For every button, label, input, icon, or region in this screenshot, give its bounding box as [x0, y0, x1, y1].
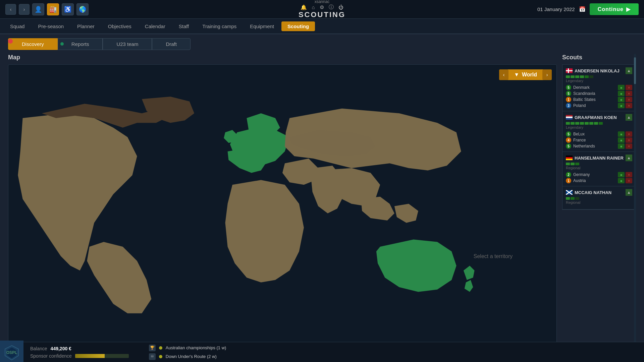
- star-5: [585, 122, 589, 125]
- assignment-actions: ■ ✕: [618, 103, 632, 108]
- assignment-delete-austria[interactable]: ✕: [626, 178, 632, 183]
- scouting-icon-btn[interactable]: 🏭: [47, 3, 59, 15]
- assignment-edit-france[interactable]: ■: [618, 137, 625, 143]
- tab-draft[interactable]: Draft: [152, 38, 191, 50]
- nav-preseason[interactable]: Pre-season: [32, 21, 70, 31]
- assignment-delete-france[interactable]: ✕: [626, 137, 632, 143]
- nav-equipment[interactable]: Equipment: [244, 21, 280, 31]
- region-prev-button[interactable]: ‹: [499, 69, 508, 80]
- scrollbar-thumb[interactable]: [634, 57, 636, 84]
- scout-expand-mccaig[interactable]: ▲: [626, 189, 632, 196]
- badge-germany: 2: [566, 172, 571, 177]
- flag-netherlands: [566, 115, 573, 120]
- assignment-edit-germany[interactable]: ■: [618, 172, 625, 177]
- scout-expand-graafmans[interactable]: ▲: [626, 114, 632, 121]
- star-5: [585, 75, 589, 78]
- tab-u23-team[interactable]: U23 team: [103, 38, 152, 50]
- assignment-row: 3 Poland ■ ✕: [566, 103, 632, 108]
- sponsor-bar-fill: [75, 354, 105, 358]
- main-content: Map ‹ ▼ World ›: [0, 54, 644, 343]
- red-dot: [8, 39, 13, 44]
- assignment-delete-scandinavia[interactable]: ✕: [626, 91, 632, 96]
- settings-icon[interactable]: ⚙: [320, 4, 324, 10]
- scout-expand-hanselmann[interactable]: ▲: [626, 155, 632, 161]
- assignment-edit-netherlands[interactable]: ■: [618, 143, 625, 149]
- badge-france: 4: [566, 137, 571, 143]
- assignment-row: 5 Scandinavia ■ ✕: [566, 91, 632, 96]
- nav-objectives[interactable]: Objectives: [102, 21, 138, 31]
- badge-scandinavia: 5: [566, 91, 571, 96]
- badge-baltic: 1: [566, 97, 571, 102]
- assignment-row: 5 BeLux ■ ✕: [566, 131, 632, 137]
- assignment-edit-austria[interactable]: ■: [618, 178, 625, 183]
- star-3: [575, 163, 579, 165]
- nav-training-camps[interactable]: Training camps: [196, 21, 243, 31]
- calendar-icon[interactable]: 📅: [579, 6, 586, 12]
- region-next-button[interactable]: ›: [542, 69, 552, 80]
- power-icon[interactable]: ⏻: [338, 4, 343, 10]
- flag-germany: [566, 156, 573, 160]
- scout-name-andersen: ANDERSEN NIKOLAJ: [575, 68, 626, 73]
- assignment-actions: ■ ✕: [618, 85, 632, 90]
- trophy-icon: 🏆: [149, 345, 156, 351]
- map-container[interactable]: ‹ ▼ World ›: [8, 64, 557, 343]
- tab-discovery[interactable]: Discovery: [8, 38, 58, 50]
- badge-poland: 3: [566, 103, 571, 108]
- title-area: xsannac 🔔 ⌂ ⚙ ⓘ ⏻ SCOUTING: [299, 0, 345, 19]
- assignment-edit-poland[interactable]: ■: [618, 103, 625, 108]
- nav-calendar[interactable]: Calendar: [139, 21, 171, 31]
- sponsor-row: Sponsor confidence: [30, 353, 129, 359]
- scout-header-mccaig: MCCAIG NATHAN ▲: [566, 189, 632, 196]
- world-map-svg[interactable]: [8, 65, 556, 343]
- star-2: [571, 163, 575, 165]
- assignment-delete-belux[interactable]: ✕: [626, 131, 632, 137]
- nav-staff[interactable]: Staff: [173, 21, 195, 31]
- assignment-delete-denmark[interactable]: ✕: [626, 85, 632, 90]
- bell-icon[interactable]: 🔔: [301, 4, 307, 10]
- star-1: [566, 197, 570, 200]
- history-icon-btn[interactable]: ♿: [62, 3, 74, 15]
- back-button[interactable]: ‹: [5, 4, 16, 15]
- tab-reports[interactable]: Reports: [58, 38, 103, 50]
- star-2: [571, 75, 575, 78]
- assignment-actions: ■ ✕: [618, 131, 632, 137]
- nav-squad[interactable]: Squad: [4, 21, 31, 31]
- star-2: [571, 197, 575, 200]
- scout-header-hanselmann: HANSELMANN RAINER ▲: [566, 155, 632, 161]
- route-icon: ♾: [149, 353, 156, 360]
- region-label: ▼ World: [508, 72, 542, 78]
- balance-section: Balance 449,200 € Sponsor confidence: [30, 346, 129, 359]
- green-dot: [60, 42, 64, 46]
- assignment-delete-poland[interactable]: ✕: [626, 103, 632, 108]
- scout-level-hanselmann: Regional: [566, 166, 632, 170]
- assignment-delete-netherlands[interactable]: ✕: [626, 143, 632, 149]
- info-icon[interactable]: ⓘ: [329, 4, 334, 10]
- assignment-edit-denmark[interactable]: ■: [618, 85, 625, 90]
- scout-andersen: ANDERSEN NIKOLAJ ▲ Legendary 5 Denmark: [562, 65, 636, 111]
- objective-dot-2: [159, 355, 162, 358]
- app-title: SCOUTING: [299, 10, 345, 19]
- assignment-edit-belux[interactable]: ■: [618, 131, 625, 137]
- sponsor-label: Sponsor confidence: [30, 353, 72, 359]
- assignment-row: 5 Netherlands ■ ✕: [566, 143, 632, 149]
- home-icon[interactable]: ⌂: [312, 4, 315, 10]
- scout-expand-andersen[interactable]: ▲: [626, 67, 632, 74]
- squad-icon-btn[interactable]: 👤: [32, 3, 44, 15]
- assignment-edit-baltic[interactable]: ■: [618, 97, 625, 102]
- date-display: 01 January 2022: [537, 6, 575, 12]
- forward-button[interactable]: ›: [19, 4, 30, 15]
- badge-austria: 1: [566, 178, 571, 183]
- continue-button[interactable]: Continue ▶: [590, 3, 639, 15]
- globe-icon-btn[interactable]: 🌎: [76, 3, 89, 15]
- scout-header-andersen: ANDERSEN NIKOLAJ ▲: [566, 67, 632, 74]
- nav-scouting[interactable]: Scouting: [281, 21, 315, 31]
- assignment-delete-germany[interactable]: ✕: [626, 172, 632, 177]
- nav-bar: Squad Pre-season Planner Objectives Cale…: [0, 19, 644, 34]
- nav-planner[interactable]: Planner: [71, 21, 101, 31]
- objective-text-1: Australian championships (1 w): [166, 345, 226, 350]
- star-1: [566, 122, 570, 125]
- assignment-delete-baltic[interactable]: ✕: [626, 97, 632, 102]
- assignment-edit-scandinavia[interactable]: ■: [618, 91, 625, 96]
- assignment-row: 1 Baltic States ■ ✕: [566, 97, 632, 102]
- scout-name-hanselmann: HANSELMANN RAINER: [575, 156, 626, 161]
